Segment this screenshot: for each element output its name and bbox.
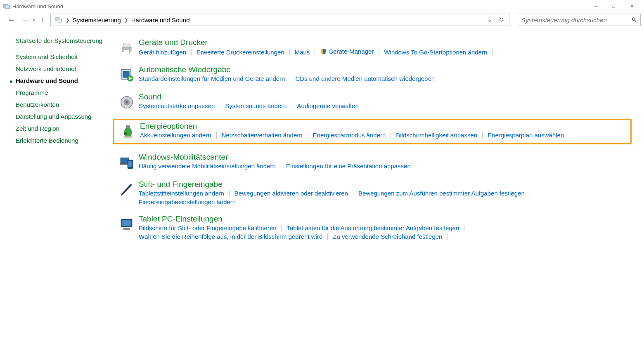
category: Geräte und DruckerGerät hinzufügenErweit… xyxy=(115,37,632,57)
svg-rect-26 xyxy=(123,228,130,230)
category-sublink[interactable]: Gerät hinzufügen xyxy=(139,49,186,56)
link-separator xyxy=(281,225,282,231)
window-title: Hardware und Sound xyxy=(12,3,63,9)
category-sublink[interactable]: Bewegungen zum Ausführen bestimmter Aufg… xyxy=(358,190,525,197)
category: EnergieoptionenAkkueinstellungen ändernN… xyxy=(113,119,632,144)
link-separator xyxy=(492,49,492,55)
category-sublink[interactable]: Standardeinstellungen für Medien und Ger… xyxy=(139,75,285,82)
shield-icon xyxy=(320,48,327,56)
category-sublink[interactable]: Tablettasten für die Ausführung bestimmt… xyxy=(286,224,459,231)
search-input[interactable] xyxy=(521,16,631,24)
search-icon[interactable]: 🔍︎ xyxy=(631,16,637,23)
link-separator xyxy=(391,132,391,139)
titlebar: Hardware und Sound – □ ✕ xyxy=(0,0,644,12)
category-sublink[interactable]: Wählen Sie die Reihenfolge aus, in der d… xyxy=(139,233,322,240)
close-button[interactable]: ✕ xyxy=(630,3,634,9)
mobility-icon xyxy=(115,153,139,171)
category-title[interactable]: Stift- und Fingereingabe xyxy=(139,180,223,189)
sidebar-item[interactable]: Netzwerk und Internet xyxy=(16,65,115,72)
minimize-button[interactable]: – xyxy=(594,3,597,9)
category: Windows-MobilitätscenterHäufig verwendet… xyxy=(115,152,632,172)
category-sublink[interactable]: Bildschirm für Stift- oder Fingereingabe… xyxy=(139,224,276,231)
link-separator xyxy=(220,103,220,109)
category-title[interactable]: Windows-Mobilitätscenter xyxy=(139,153,228,162)
category-sublink[interactable]: Netzschalterverhalten ändern xyxy=(222,132,303,139)
link-separator xyxy=(327,233,328,240)
svg-point-14 xyxy=(126,101,128,104)
category-sublink[interactable]: Zu verwendende Schreibhand festlegen xyxy=(333,233,442,240)
sidebar-item[interactable]: Erleichterte Bedienung xyxy=(16,137,115,144)
link-separator xyxy=(308,132,308,139)
category-sublink[interactable]: Bewegungen aktivieren oder deaktivieren xyxy=(234,190,348,197)
category-sublink[interactable]: Akkueinstellungen ändern xyxy=(140,132,211,139)
category-title[interactable]: Tablet PC-Einstellungen xyxy=(139,214,223,224)
category-sublink[interactable]: Systemsounds ändern xyxy=(225,102,286,109)
svg-rect-1 xyxy=(5,5,10,9)
link-separator xyxy=(216,132,217,139)
category-title[interactable]: Geräte und Drucker xyxy=(139,38,208,47)
address-bar[interactable]: ❯ Systemsteuerung ❯ Hardware und Sound ⌄… xyxy=(50,14,509,26)
category-sublink[interactable]: Erweiterte Druckereinstellungen xyxy=(197,49,284,56)
category-title[interactable]: Energieoptionen xyxy=(140,122,197,131)
autoplay-icon xyxy=(115,65,139,83)
category-sublink[interactable]: Systemlautstärke anpassen xyxy=(139,102,215,109)
category-sublink[interactable]: Geräte-Manager xyxy=(320,48,374,56)
link-separator xyxy=(315,49,315,55)
category-sublink[interactable]: Tablettstifteinstellungen ändern xyxy=(139,190,224,197)
maximize-button[interactable]: □ xyxy=(612,3,615,9)
sidebar-item[interactable]: Benutzerkonten xyxy=(16,101,115,108)
printer-icon xyxy=(115,38,139,56)
category-sublink[interactable]: Einstellungen für eine Präsentation anpa… xyxy=(286,163,411,170)
history-dropdown[interactable]: ▾ xyxy=(33,18,35,22)
category-sublink[interactable]: Fingereingabeeinstellungen ändern xyxy=(139,198,236,205)
category-title[interactable]: Automatische Wiedergabe xyxy=(139,65,231,74)
address-dropdown[interactable]: ⌄ xyxy=(485,16,495,24)
category-sublink[interactable]: Energiesparplan auswählen xyxy=(488,132,564,139)
search-bar[interactable]: 🔍︎ xyxy=(517,14,641,26)
link-separator xyxy=(289,49,290,55)
link-separator xyxy=(364,103,364,109)
category-sublink[interactable]: Windows To Go-Startoptionen ändern xyxy=(384,49,487,56)
category-sublink[interactable]: Maus xyxy=(295,49,310,56)
sidebar-heading[interactable]: Startseite der Systemsteuerung xyxy=(16,37,115,44)
back-button[interactable]: ← xyxy=(7,16,16,24)
sidebar-item[interactable]: Darstellung und Anpassung xyxy=(16,113,115,120)
link-separator xyxy=(191,49,192,55)
link-separator xyxy=(292,103,292,109)
svg-rect-25 xyxy=(122,220,131,226)
sidebar-item[interactable]: Zeit und Region xyxy=(16,125,115,132)
category-sublink[interactable]: Bildschirmhelligkeit anpassen xyxy=(396,132,477,139)
link-separator xyxy=(241,199,241,205)
sound-icon xyxy=(115,92,139,111)
address-icon xyxy=(54,16,62,24)
category-sublink[interactable]: Audiogeräte verwalten xyxy=(297,102,359,109)
link-separator xyxy=(440,75,440,82)
link-separator xyxy=(569,132,569,139)
svg-rect-16 xyxy=(126,125,130,127)
pen-icon xyxy=(115,180,139,205)
category: SoundSystemlautstärke anpassenSystemsoun… xyxy=(115,92,632,111)
link-separator xyxy=(353,190,353,197)
svg-rect-3 xyxy=(57,19,62,22)
chevron-right-icon[interactable]: ❯ xyxy=(64,17,71,23)
link-separator xyxy=(416,163,416,170)
up-button[interactable]: ↑ xyxy=(41,16,45,24)
category-sublink[interactable]: Energiesparmodus ändern xyxy=(313,132,386,139)
forward-button[interactable]: → xyxy=(21,16,30,24)
svg-line-22 xyxy=(122,185,131,194)
category-sublink[interactable]: Häufig verwendete Mobilitätseinstellunge… xyxy=(139,163,276,170)
breadcrumb-root[interactable]: Systemsteuerung xyxy=(71,16,123,24)
sidebar-item[interactable]: System und Sicherheit xyxy=(16,53,115,60)
refresh-button[interactable]: ↻ xyxy=(495,14,507,26)
breadcrumb-current[interactable]: Hardware und Sound xyxy=(130,16,192,24)
category: Tablet PC-EinstellungenBildschirm für St… xyxy=(115,214,632,241)
power-icon xyxy=(116,122,140,140)
sidebar-item[interactable]: Programme xyxy=(16,89,115,96)
category: Automatische WiedergabeStandardeinstellu… xyxy=(115,64,632,84)
sidebar-item[interactable]: Hardware und Sound xyxy=(16,77,115,84)
toolbar: ← → ▾ ↑ ❯ Systemsteuerung ❯ Hardware und… xyxy=(0,12,644,29)
chevron-right-icon[interactable]: ❯ xyxy=(123,17,130,23)
category-sublink[interactable]: CDs und andere Medien automatisch wieder… xyxy=(295,75,435,82)
link-separator xyxy=(281,163,281,170)
category-title[interactable]: Sound xyxy=(139,92,161,101)
